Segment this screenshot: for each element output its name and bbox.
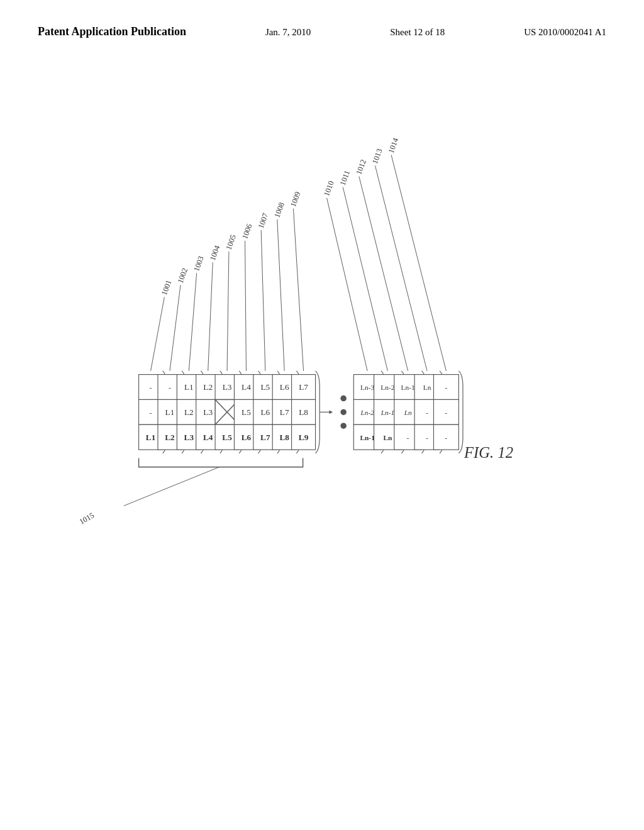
publication-date: Jan. 7, 2010 (265, 27, 311, 38)
svg-line-118 (189, 273, 196, 371)
ref-1004: 1004 (208, 244, 222, 371)
svg-text:L8: L8 (279, 433, 289, 442)
svg-text:L3: L3 (223, 382, 232, 392)
ref-1005: 1005 (224, 233, 238, 371)
svg-text:L4: L4 (203, 433, 213, 442)
svg-text:L3: L3 (184, 433, 194, 442)
svg-point-73 (340, 396, 346, 401)
patent-number: US 2010/0002041 A1 (524, 27, 606, 38)
page-header: Patent Application Publication Jan. 7, 2… (0, 25, 644, 38)
svg-text:1009: 1009 (289, 191, 303, 208)
ref-1009: 1009 (289, 191, 304, 371)
svg-text:L5: L5 (222, 433, 232, 442)
ref-1013: 1013 (370, 148, 427, 371)
svg-text:L9: L9 (299, 433, 309, 442)
svg-text:Ln-3: Ln-3 (360, 384, 374, 391)
svg-text:L7: L7 (280, 407, 289, 417)
col-1014: - - - (433, 371, 463, 453)
svg-text:Ln-1: Ln-1 (360, 434, 375, 441)
svg-line-128 (277, 219, 284, 371)
ref-1007: 1007 (257, 212, 270, 371)
svg-text:L1: L1 (184, 382, 194, 392)
ref-1003: 1003 (189, 255, 205, 370)
svg-text:-: - (426, 408, 428, 417)
svg-text:1005: 1005 (224, 233, 238, 251)
ref-1014: 1014 (387, 136, 447, 370)
svg-text:-: - (169, 383, 171, 392)
svg-line-130 (293, 209, 303, 371)
svg-text:Ln-1: Ln-1 (380, 409, 395, 416)
svg-text:Ln: Ln (423, 384, 431, 391)
svg-text:1010: 1010 (322, 180, 336, 197)
svg-line-138 (375, 165, 427, 371)
svg-text:1002: 1002 (176, 267, 190, 284)
svg-text:L2: L2 (184, 407, 194, 417)
ref-1010: 1010 (322, 180, 367, 371)
svg-text:-: - (150, 383, 152, 392)
svg-text:L8: L8 (299, 407, 308, 417)
svg-text:-: - (445, 383, 447, 392)
svg-line-132 (327, 198, 368, 371)
svg-line-136 (359, 176, 408, 370)
svg-text:1007: 1007 (257, 212, 270, 230)
svg-text:-: - (445, 433, 447, 442)
sheet-info: Sheet 12 of 18 (390, 27, 445, 38)
ref-1006: 1006 (240, 223, 254, 371)
ref-1008: 1008 (272, 201, 286, 371)
svg-text:L7: L7 (299, 382, 308, 392)
figure-label: FIG. 12 (464, 444, 513, 461)
svg-text:Ln-1: Ln-1 (401, 384, 415, 391)
svg-text:L2: L2 (203, 382, 213, 392)
svg-text:L3: L3 (203, 407, 213, 417)
publication-title: Patent Application Publication (38, 25, 186, 38)
svg-text:-: - (445, 408, 447, 417)
svg-text:Ln: Ln (404, 409, 412, 416)
svg-line-126 (261, 230, 265, 371)
svg-text:L4: L4 (242, 382, 251, 392)
svg-line-122 (227, 252, 229, 371)
svg-line-142 (124, 467, 219, 506)
svg-text:L1: L1 (165, 407, 175, 417)
svg-text:L7: L7 (260, 433, 270, 442)
svg-text:L5: L5 (260, 382, 270, 392)
svg-text:1013: 1013 (370, 148, 384, 165)
ref-1015: 1015 (78, 458, 303, 526)
svg-text:1006: 1006 (240, 223, 254, 240)
svg-text:Ln-2: Ln-2 (360, 409, 374, 416)
svg-text:L2: L2 (165, 433, 175, 442)
svg-text:L6: L6 (260, 407, 270, 417)
svg-line-124 (245, 241, 247, 371)
svg-line-116 (170, 285, 180, 371)
col-1009: L7 L8 L9 (292, 371, 333, 453)
svg-text:1014: 1014 (387, 136, 401, 154)
svg-text:L1: L1 (146, 433, 155, 442)
ref-1011: 1011 (338, 169, 388, 371)
diagram-area: - - L1 - L1 L2 L1 L2 L (0, 88, 644, 792)
svg-point-74 (340, 409, 346, 415)
svg-text:Ln-2: Ln-2 (380, 384, 394, 391)
svg-text:Ln: Ln (383, 434, 392, 441)
svg-text:1003: 1003 (192, 255, 206, 272)
svg-point-75 (340, 423, 346, 428)
svg-line-134 (343, 187, 387, 371)
svg-text:-: - (150, 408, 152, 417)
svg-text:L6: L6 (242, 433, 252, 442)
svg-line-114 (151, 297, 165, 371)
svg-text:1004: 1004 (208, 244, 222, 262)
svg-text:L6: L6 (280, 382, 289, 392)
patent-diagram: - - L1 - L1 L2 L1 L2 L (0, 88, 644, 792)
svg-text:1012: 1012 (354, 158, 368, 176)
svg-text:-: - (407, 433, 409, 442)
svg-text:1011: 1011 (338, 169, 352, 187)
svg-text:1015: 1015 (78, 511, 96, 526)
svg-text:L5: L5 (242, 407, 251, 417)
ref-1001: 1001 (151, 279, 174, 371)
svg-marker-72 (329, 411, 333, 414)
svg-text:1001: 1001 (160, 279, 174, 296)
svg-line-120 (208, 262, 213, 371)
ellipsis-dots (340, 396, 346, 429)
svg-text:-: - (426, 433, 428, 442)
svg-text:1008: 1008 (272, 201, 286, 219)
